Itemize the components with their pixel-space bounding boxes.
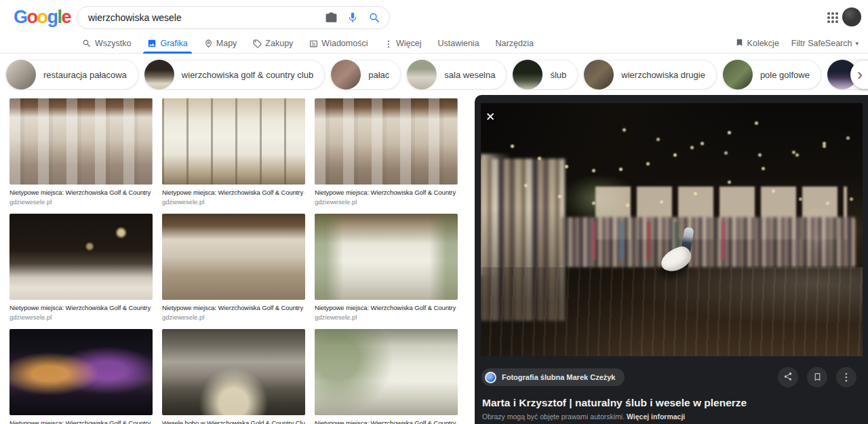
news-icon xyxy=(309,39,318,48)
chip-slub[interactable]: ślub xyxy=(512,60,578,90)
source-badge[interactable]: Fotografia ślubna Marek Czeżyk xyxy=(481,368,625,386)
chip-pole-golfowe[interactable]: pole golfowe xyxy=(722,60,821,90)
mic-icon[interactable] xyxy=(346,11,359,24)
chip-wierzchowiska-golf-country-club[interactable]: wierzchowiska golf & country club xyxy=(144,60,325,90)
safesearch-dropdown[interactable]: Filtr SafeSearch ▾ xyxy=(791,39,859,48)
image-result-card: Nietypowe miejsca: Wierzchowiska Golf & … xyxy=(9,98,153,206)
image-result-card: Wesele boho w Wierzchowiska Gold & Count… xyxy=(162,329,305,424)
tab-wszystko[interactable]: Wszystko xyxy=(82,34,131,53)
chevron-right-icon: › xyxy=(857,65,863,84)
tab-ustawienia[interactable]: Ustawienia xyxy=(437,34,479,53)
image-result-card: Nietypowe miejsca: Wierzchowiska Golf & … xyxy=(315,214,458,321)
image-result-card: Nietypowe miejsca: Wierzchowiska Golf & … xyxy=(315,98,458,206)
result-domain[interactable]: gdziewesele.pl xyxy=(9,313,153,321)
chip-thumbnail xyxy=(144,60,174,90)
chip-thumbnail xyxy=(723,60,753,90)
result-title[interactable]: Nietypowe miejsca: Wierzchowiska Golf & … xyxy=(9,189,153,196)
chip-sala-weselna[interactable]: sala weselna xyxy=(406,60,507,90)
result-domain[interactable]: gdziewesele.pl xyxy=(162,198,305,206)
result-thumbnail[interactable] xyxy=(162,329,305,415)
result-thumbnail[interactable] xyxy=(162,98,305,185)
chip-restauracja-palacowa[interactable]: restauracja pałacowa xyxy=(5,60,138,90)
chip-palac[interactable]: pałac xyxy=(330,60,401,90)
result-title[interactable]: Wesele boho w Wierzchowiska Gold & Count… xyxy=(162,419,305,424)
related-chips-bar: restauracja pałacowa wierzchowiska golf … xyxy=(0,59,868,90)
tabs-bar: Wszystko Grafika Mapy Zakupy Wiadomości … xyxy=(0,34,868,54)
copyright-notice: Obrazy mogą być objęte prawami autorskim… xyxy=(482,412,685,421)
chip-thumbnail xyxy=(584,60,614,90)
profile-avatar[interactable] xyxy=(842,7,861,26)
share-button[interactable] xyxy=(778,367,798,387)
result-title[interactable]: Nietypowe miejsca: Wierzchowiska Golf & … xyxy=(315,189,458,196)
preview-image[interactable] xyxy=(481,103,863,356)
top-bar: Google xyxy=(0,0,868,34)
more-options-button[interactable]: ⋮ xyxy=(836,367,856,387)
image-result-card: Nietypowe miejsca: Wierzchowiska Golf & … xyxy=(315,329,458,424)
tab-narzedzia[interactable]: Narzędzia xyxy=(496,34,534,53)
save-button[interactable] xyxy=(807,367,827,387)
camera-icon[interactable] xyxy=(324,11,338,24)
chip-wierzchowiska-drugie[interactable]: wierzchowiska drugie xyxy=(583,60,717,90)
preview-actions: ⋮ xyxy=(778,367,856,387)
image-result-card: Nietypowe miejsca: Wierzchowiska Golf & … xyxy=(162,214,305,321)
tab-wiecej[interactable]: ⋮ Więcej xyxy=(384,34,421,53)
result-title[interactable]: Nietypowe miejsca: Wierzchowiska Golf & … xyxy=(9,419,153,424)
more-vert-icon: ⋮ xyxy=(384,39,393,49)
image-preview-panel: ✕ Fotografia ślubna Marek Czeżyk ⋮ Marta… xyxy=(475,95,868,424)
chip-thumbnail xyxy=(6,60,36,90)
image-result-card: Nietypowe miejsca: Wierzchowiska Golf & … xyxy=(9,329,153,424)
google-logo[interactable]: Google xyxy=(14,7,71,28)
chip-thumbnail xyxy=(407,60,437,90)
search-icon[interactable] xyxy=(368,11,381,24)
chevron-down-icon: ▾ xyxy=(855,40,859,47)
search-input[interactable] xyxy=(88,12,316,23)
share-icon xyxy=(783,372,793,383)
collections-button[interactable]: Kolekcje xyxy=(735,38,779,49)
image-result-card: Nietypowe miejsca: Wierzchowiska Golf & … xyxy=(9,214,153,321)
close-icon[interactable]: ✕ xyxy=(486,111,495,123)
preview-title[interactable]: Marta i Krzysztof | naturalny ślub i wes… xyxy=(482,397,859,409)
search-bar[interactable] xyxy=(77,6,390,29)
image-icon xyxy=(147,39,157,48)
result-title[interactable]: Nietypowe miejsca: Wierzchowiska Golf & … xyxy=(162,189,305,196)
chip-thumbnail xyxy=(513,60,542,90)
result-thumbnail[interactable] xyxy=(9,329,153,415)
image-result-card: Nietypowe miejsca: Wierzchowiska Golf & … xyxy=(162,98,305,206)
apps-grid-icon[interactable] xyxy=(827,12,838,23)
result-title[interactable]: Nietypowe miejsca: Wierzchowiska Golf & … xyxy=(315,419,458,424)
bookmark-icon xyxy=(813,372,822,383)
result-domain[interactable]: gdziewesele.pl xyxy=(162,313,305,321)
result-thumbnail[interactable] xyxy=(315,214,458,300)
result-domain[interactable]: gdziewesele.pl xyxy=(315,313,458,321)
map-pin-icon xyxy=(204,39,213,48)
photo-crowd-colors xyxy=(572,222,748,260)
result-domain[interactable]: gdziewesele.pl xyxy=(315,198,458,206)
result-thumbnail[interactable] xyxy=(315,329,458,415)
tab-wiadomosci[interactable]: Wiadomości xyxy=(309,34,368,53)
more-info-link[interactable]: Więcej informacji xyxy=(627,412,685,421)
tab-grafika[interactable]: Grafika xyxy=(147,34,187,53)
site-favicon xyxy=(485,372,496,383)
result-thumbnail[interactable] xyxy=(162,214,305,300)
image-results-grid: Nietypowe miejsca: Wierzchowiska Golf & … xyxy=(9,98,458,424)
result-domain[interactable]: gdziewesele.pl xyxy=(9,198,153,206)
search-icon xyxy=(82,39,92,48)
more-vert-icon: ⋮ xyxy=(842,371,852,383)
shopping-tag-icon xyxy=(253,39,262,48)
collections-icon xyxy=(735,38,744,49)
result-title[interactable]: Nietypowe miejsca: Wierzchowiska Golf & … xyxy=(315,304,458,311)
result-title[interactable]: Nietypowe miejsca: Wierzchowiska Golf & … xyxy=(162,304,305,311)
chip-thumbnail xyxy=(331,60,361,90)
result-thumbnail[interactable] xyxy=(9,98,153,185)
result-thumbnail[interactable] xyxy=(9,214,153,300)
string-lights xyxy=(481,103,483,105)
result-title[interactable]: Nietypowe miejsca: Wierzchowiska Golf & … xyxy=(9,304,153,311)
tab-zakupy[interactable]: Zakupy xyxy=(253,34,293,53)
tab-mapy[interactable]: Mapy xyxy=(204,34,237,53)
result-thumbnail[interactable] xyxy=(315,98,458,185)
photo-floor xyxy=(481,267,863,356)
